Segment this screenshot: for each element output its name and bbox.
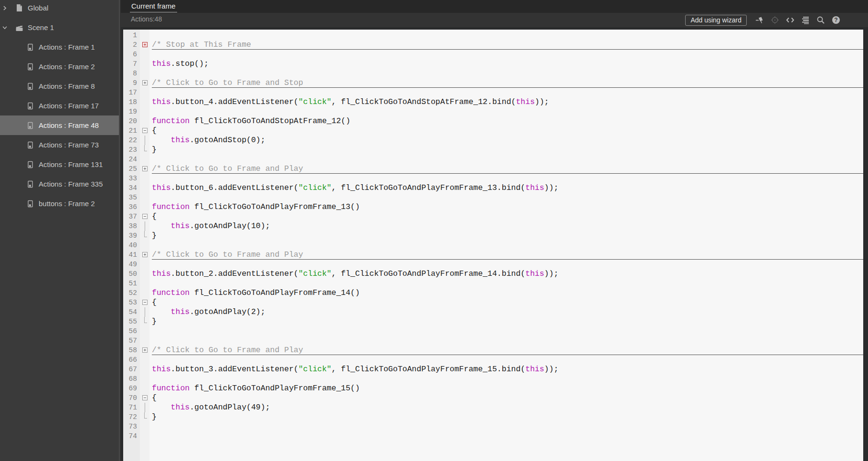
code-line[interactable]: 54 this.gotoAndPlay(2); — [123, 307, 863, 317]
code-editor[interactable]: 12/* Stop at This Frame67this.stop();89/… — [121, 27, 868, 461]
code-text[interactable] — [149, 193, 863, 202]
sidebar-item-actions-frame-17[interactable]: Actions : Frame 17 — [0, 96, 119, 115]
code-text[interactable] — [149, 50, 863, 59]
sidebar-item-global[interactable]: Global — [0, 0, 119, 18]
code-line[interactable]: 36function fl_ClickToGoToAndPlayFromFram… — [123, 202, 863, 212]
code-line[interactable]: 51 — [123, 279, 863, 288]
code-text[interactable] — [149, 279, 863, 288]
code-text[interactable] — [149, 88, 863, 97]
fold-collapse-icon[interactable] — [142, 128, 148, 133]
sidebar-item-actions-frame-2[interactable]: Actions : Frame 2 — [0, 57, 119, 76]
code-text[interactable] — [149, 241, 863, 250]
code-line[interactable]: 20function fl_ClickToGoToAndStopAtFrame_… — [123, 116, 863, 126]
chevron-right-icon[interactable] — [2, 5, 9, 11]
code-line[interactable]: 56 — [123, 326, 863, 336]
code-text[interactable]: this.gotoAndPlay(2); — [149, 307, 863, 317]
code-line[interactable]: 55} — [123, 317, 863, 326]
code-text[interactable]: function fl_ClickToGoToAndPlayFromFrame_… — [149, 288, 863, 298]
code-text[interactable]: } — [149, 145, 863, 155]
code-line[interactable]: 71 this.gotoAndPlay(49); — [123, 403, 863, 412]
fold-expand-icon[interactable] — [142, 42, 148, 47]
code-text[interactable] — [149, 260, 863, 269]
code-line[interactable]: 39} — [123, 231, 863, 241]
code-text[interactable] — [149, 155, 863, 164]
code-line[interactable]: 25/* Click to Go to Frame and Play — [123, 164, 863, 174]
code-line[interactable]: 52function fl_ClickToGoToAndPlayFromFram… — [123, 288, 863, 298]
code-text[interactable]: { — [149, 212, 863, 221]
format-icon[interactable] — [801, 16, 810, 24]
code-text[interactable]: /* Click to Go to Frame and Play — [149, 346, 863, 355]
code-line[interactable]: 17 — [123, 88, 863, 97]
fold-expand-icon[interactable] — [142, 347, 148, 353]
sidebar-item-actions-frame-1[interactable]: Actions : Frame 1 — [0, 37, 119, 57]
sidebar-item-actions-frame-131[interactable]: Actions : Frame 131 — [0, 155, 119, 174]
code-line[interactable]: 33 — [123, 174, 863, 183]
code-text[interactable] — [149, 31, 863, 40]
fold-collapse-icon[interactable] — [142, 395, 148, 400]
code-text[interactable] — [149, 431, 863, 441]
code-text[interactable] — [149, 174, 863, 183]
code-line[interactable]: 73 — [123, 422, 863, 431]
code-text[interactable]: function fl_ClickToGoToAndPlayFromFrame_… — [149, 384, 863, 393]
code-text[interactable] — [149, 326, 863, 336]
code-line[interactable]: 21{ — [123, 126, 863, 136]
pin-icon[interactable] — [755, 16, 764, 24]
fold-expand-icon[interactable] — [142, 80, 148, 85]
code-text[interactable]: } — [149, 231, 863, 241]
code-icon[interactable] — [786, 16, 794, 24]
code-text[interactable]: /* Click to Go to Frame and Play — [149, 164, 863, 174]
code-text[interactable] — [149, 336, 863, 346]
sidebar-item-actions-frame-335[interactable]: Actions : Frame 335 — [0, 174, 119, 194]
code-text[interactable]: /* Stop at This Frame — [149, 40, 863, 50]
code-line[interactable]: 68 — [123, 374, 863, 384]
code-text[interactable]: { — [149, 393, 863, 403]
code-line[interactable]: 49 — [123, 260, 863, 269]
code-text[interactable]: { — [149, 298, 863, 307]
add-using-wizard-button[interactable]: Add using wizard — [685, 15, 747, 26]
code-line[interactable]: 67this.button_3.addEventListener("click"… — [123, 365, 863, 374]
code-line[interactable]: 22 this.gotoAndStop(0); — [123, 136, 863, 145]
code-text[interactable]: } — [149, 412, 863, 422]
code-line[interactable]: 19 — [123, 107, 863, 116]
code-line[interactable]: 66 — [123, 355, 863, 365]
sidebar-item-actions-frame-48[interactable]: Actions : Frame 48 — [0, 115, 119, 135]
code-line[interactable]: 35 — [123, 193, 863, 202]
editor-scrollbar[interactable] — [863, 27, 868, 461]
code-line[interactable]: 6 — [123, 50, 863, 59]
code-text[interactable] — [149, 69, 863, 78]
code-line[interactable]: 74 — [123, 431, 863, 441]
code-text[interactable] — [149, 107, 863, 116]
code-line[interactable]: 1 — [123, 31, 863, 40]
code-line[interactable]: 18this.button_4.addEventListener("click"… — [123, 97, 863, 107]
code-text[interactable]: this.gotoAndStop(0); — [149, 136, 863, 145]
sidebar-item-actions-frame-8[interactable]: Actions : Frame 8 — [0, 76, 119, 96]
code-line[interactable]: 34this.button_6.addEventListener("click"… — [123, 183, 863, 193]
fold-expand-icon[interactable] — [142, 166, 148, 171]
fold-collapse-icon[interactable] — [142, 300, 148, 305]
code-line[interactable]: 8 — [123, 69, 863, 78]
code-line[interactable]: 38 this.gotoAndPlay(10); — [123, 221, 863, 231]
code-text[interactable]: /* Click to Go to Frame and Play — [149, 250, 863, 260]
code-line[interactable]: 69function fl_ClickToGoToAndPlayFromFram… — [123, 384, 863, 393]
code-line[interactable]: 40 — [123, 241, 863, 250]
code-line[interactable]: 57 — [123, 336, 863, 346]
chevron-down-icon[interactable] — [2, 25, 9, 31]
code-line[interactable]: 37{ — [123, 212, 863, 221]
code-line[interactable]: 53{ — [123, 298, 863, 307]
search-icon[interactable] — [816, 16, 825, 24]
code-text[interactable]: /* Click to Go to Frame and Stop — [149, 78, 863, 88]
code-text[interactable] — [149, 374, 863, 384]
code-text[interactable]: function fl_ClickToGoToAndPlayFromFrame_… — [149, 202, 863, 212]
code-line[interactable]: 7this.stop(); — [123, 59, 863, 69]
code-text[interactable]: this.gotoAndPlay(49); — [149, 403, 863, 412]
code-line[interactable]: 70{ — [123, 393, 863, 403]
code-text[interactable]: function fl_ClickToGoToAndStopAtFrame_12… — [149, 116, 863, 126]
code-line[interactable]: 23} — [123, 145, 863, 155]
code-line[interactable]: 41/* Click to Go to Frame and Play — [123, 250, 863, 260]
code-line[interactable]: 24 — [123, 155, 863, 164]
code-text[interactable]: this.button_6.addEventListener("click", … — [149, 183, 863, 193]
tab-current-frame[interactable]: Current frame — [130, 1, 177, 12]
code-text[interactable]: } — [149, 317, 863, 326]
code-line[interactable]: 72} — [123, 412, 863, 422]
code-text[interactable]: this.button_3.addEventListener("click", … — [149, 365, 863, 374]
